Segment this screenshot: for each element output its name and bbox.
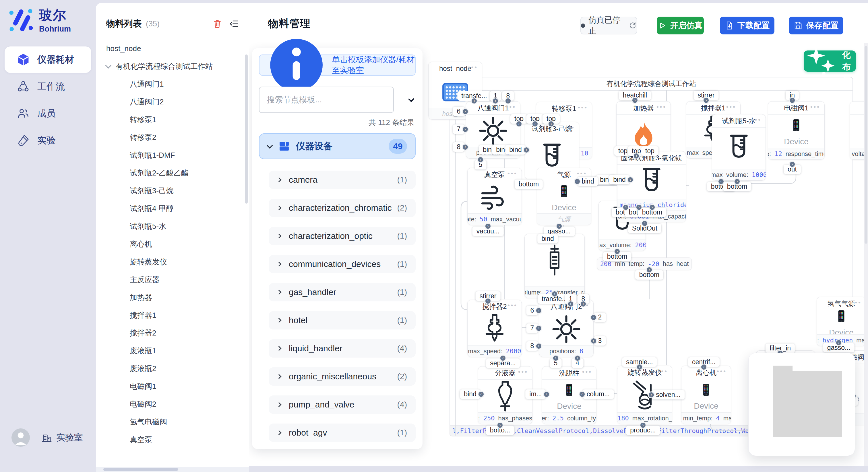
port-handle-icon[interactable]: › [703, 97, 710, 104]
trash-icon[interactable] [212, 19, 222, 29]
port-handle-icon[interactable]: › [640, 422, 646, 429]
canvas-node-solenoid-valve-1[interactable]: 电磁阀1•••Devicevoltage:12response_time:0.1 [768, 101, 825, 160]
canvas-node-reagent-bottle-5-water[interactable]: 试剂瓶5-水•••max_volume:1000 [712, 114, 766, 181]
tree-item[interactable]: 有机化学流程综合测试工作站 [96, 57, 249, 75]
port-handle-icon[interactable]: › [648, 392, 655, 398]
port-handle-icon[interactable]: › [535, 343, 542, 349]
port-top[interactable]: top [641, 146, 658, 156]
port-handle-icon[interactable]: › [535, 307, 542, 314]
canvas-node-gas-source[interactable]: 气源•••Device气源 [537, 168, 591, 225]
port-handle-icon[interactable]: ‹ [627, 176, 634, 183]
node-menu-icon[interactable]: ••• [507, 302, 518, 309]
port-handle-icon[interactable]: › [567, 301, 574, 307]
canvas-node-valve8-2[interactable]: 八通阀门2•••positions:8 [539, 300, 594, 357]
sidebar-item-cube[interactable]: 仪器耗材 [5, 46, 91, 73]
canvas-node-centrifuge[interactable]: 离心机•••Devicep:40min_temp:4max_spe [681, 366, 731, 424]
port-handle-icon[interactable]: › [636, 204, 642, 211]
tree-item[interactable]: 试剂瓶5-水 [96, 217, 249, 235]
port-bind[interactable]: bind [578, 177, 598, 186]
node-menu-icon[interactable]: ••• [726, 103, 736, 111]
canvas-node-vacuum-pump[interactable]: 真空泵•••pump_rate:50max_vacuum:0.1 [467, 168, 522, 225]
category-pump_and_valve[interactable]: pump_and_valve(4) [269, 396, 415, 414]
port-handle-icon[interactable]: ‹ [636, 364, 643, 370]
start-simulation-button[interactable]: 开启仿真 [657, 16, 704, 34]
sidebar-item-members[interactable]: 成员 [5, 100, 91, 127]
port-handle-icon[interactable]: › [649, 204, 656, 211]
category-communication_devices[interactable]: communication_devices(1) [269, 255, 415, 273]
save-config-button[interactable]: 保存配置 [789, 16, 843, 34]
node-menu-icon[interactable]: ••• [507, 170, 518, 177]
node-menu-icon[interactable]: ••• [468, 64, 478, 71]
port-handle-icon[interactable]: ‹ [477, 391, 485, 398]
port-handle-icon[interactable]: › [485, 298, 491, 305]
tree-item[interactable]: 主反应器 [96, 271, 249, 289]
brand-logo[interactable]: 玻尔 Bohrium [7, 6, 71, 34]
port-handle-icon[interactable]: › [734, 178, 741, 185]
sidebar-item-workflow[interactable]: 工作流 [5, 73, 91, 100]
tree-item[interactable]: 废液瓶2 [96, 360, 249, 377]
port-handle-icon[interactable]: › [646, 266, 653, 273]
category-characterization_optic[interactable]: characterization_optic(1) [269, 227, 415, 245]
node-menu-icon[interactable]: ••• [855, 352, 865, 360]
port-handle-icon[interactable]: › [556, 223, 563, 230]
node-menu-icon[interactable]: ••• [578, 104, 588, 111]
search-template-input[interactable] [259, 87, 394, 113]
port-handle-icon[interactable]: › [497, 422, 503, 429]
port-handle-icon[interactable]: › [641, 220, 648, 227]
tree-item[interactable]: 旋转蒸发仪 [96, 253, 249, 271]
port-handle-icon[interactable]: › [590, 338, 597, 344]
port-handle-icon[interactable]: › [516, 121, 522, 127]
tree-item[interactable]: 真空泵 [96, 431, 249, 448]
port-handle-icon[interactable]: › [590, 314, 597, 321]
category-robot_agv[interactable]: robot_agv(1) [269, 424, 415, 442]
tree-item[interactable]: 氢气电磁阀 [96, 413, 249, 431]
port-handle-icon[interactable]: ‹ [633, 153, 640, 160]
node-menu-icon[interactable]: ••• [851, 299, 862, 306]
tree-item[interactable]: 搅拌器2 [96, 324, 249, 342]
sidebar-item-experiment[interactable]: 实验 [5, 127, 91, 154]
tree-item[interactable]: 试剂瓶3-己烷 [96, 182, 249, 200]
canvas-node-stirrer-2[interactable]: 搅拌器2•••max_speed:2000 [467, 300, 522, 357]
port-handle-icon[interactable]: ‹ [551, 291, 558, 297]
port-handle-icon[interactable]: › [789, 161, 796, 168]
port-handle-icon[interactable]: ‹ [718, 178, 724, 185]
port-solven[interactable]: solven... [652, 390, 685, 400]
tree-item[interactable]: 转移泵1 [96, 111, 249, 129]
chevron-down-icon[interactable] [105, 62, 112, 68]
port-handle-icon[interactable]: › [505, 98, 512, 104]
tree-item[interactable]: 电磁阀2 [96, 395, 249, 413]
port-handle-icon[interactable]: ‹ [548, 121, 555, 127]
canvas-horizontal-scrollbar[interactable] [249, 466, 868, 472]
port-colum[interactable]: colum... [583, 390, 614, 399]
node-menu-icon[interactable]: ••• [656, 103, 666, 111]
materials-vertical-scrollbar[interactable] [245, 55, 248, 204]
tree-item[interactable]: 试剂瓶4-甲醇 [96, 200, 249, 217]
tree-item[interactable]: 加热器 [96, 289, 249, 306]
port-handle-icon[interactable]: ‹ [462, 144, 469, 150]
port-handle-icon[interactable]: ‹ [574, 178, 581, 185]
category-camera[interactable]: camera(1) [269, 171, 415, 189]
port-handle-icon[interactable]: › [614, 248, 621, 255]
port-handle-icon[interactable]: ‹ [579, 391, 586, 398]
node-menu-icon[interactable]: ••• [658, 368, 668, 375]
tree-item[interactable]: 转移泵2 [96, 129, 249, 146]
canvas-vertical-scrollbar[interactable] [864, 43, 868, 466]
port-handle-icon[interactable]: ‹ [789, 97, 796, 104]
download-config-button[interactable]: 下载配置 [720, 16, 774, 34]
tree-item[interactable]: 废液瓶1 [96, 342, 249, 360]
tree-item[interactable]: 试剂瓶1-DMF [96, 146, 249, 164]
tree-item[interactable]: 离心机 [96, 235, 249, 253]
port-handle-icon[interactable]: ‹ [543, 391, 550, 398]
port-handle-icon[interactable]: › [622, 204, 629, 211]
category-group-instruments[interactable]: 仪器设备 49 [259, 133, 415, 159]
tree-item[interactable]: 试剂瓶2-乙酸乙酯 [96, 164, 249, 182]
node-menu-icon[interactable]: ••• [518, 368, 528, 376]
node-menu-icon[interactable]: ••• [565, 124, 575, 131]
node-menu-icon[interactable]: ••• [751, 116, 762, 124]
port-handle-icon[interactable]: ‹ [471, 98, 477, 104]
category-characterization_chromatic[interactable]: characterization_chromatic(2) [269, 199, 415, 217]
node-menu-icon[interactable]: ••• [717, 368, 727, 375]
tree-item[interactable]: 电磁阀1 [96, 377, 249, 395]
canvas-node-hydrogen-gas-source[interactable]: 氢气气源•••Device_type:hydrogenmax_pre [817, 297, 866, 346]
port-handle-icon[interactable]: › [485, 223, 491, 230]
